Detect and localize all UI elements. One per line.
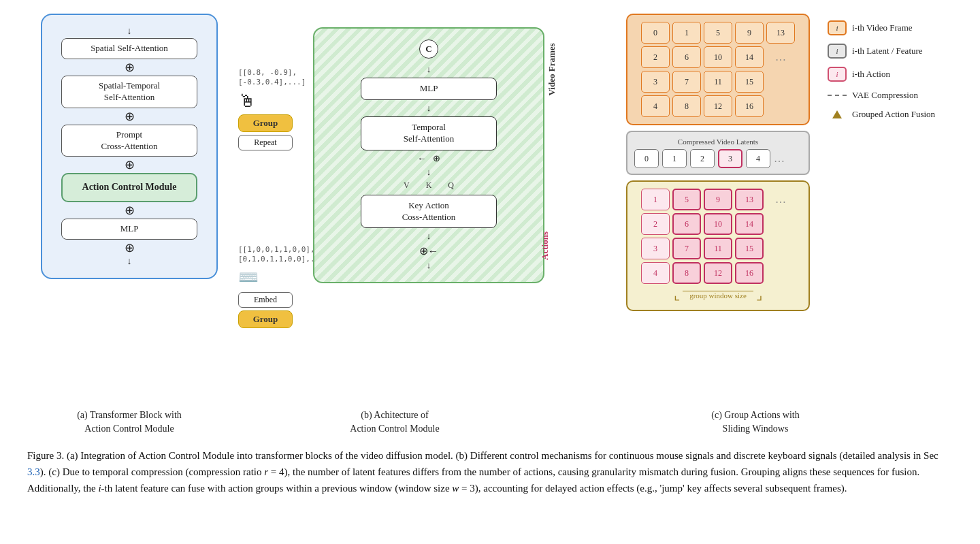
pc-diagrams: Video Frames 0 1 5 9 13 2 6 10 14 … (572, 14, 810, 311)
caption-a: (a) Transformer Block withAction Control… (27, 402, 231, 435)
group-box-top: Group (238, 114, 293, 132)
cvl-dots: … (774, 153, 785, 165)
act-cell-14: 14 (735, 213, 764, 235)
q-label: Q (448, 180, 454, 191)
plus-bottom: ⊕← (419, 244, 439, 257)
acm-inner-layout: C ↓ MLP ↓ TemporalSelf-Attention ← ⊕ ↓ V… (325, 39, 532, 271)
spatial-temporal-self-attention: Spatial-TemporalSelf-Attention (61, 76, 197, 108)
legend-icon-video-frame: i (828, 20, 847, 35)
act-cell-11: 11 (704, 238, 732, 259)
key-action-cross-attention: Key ActionCoss-Attention (361, 195, 497, 229)
legend-vae: VAE Compression (828, 90, 935, 101)
act-cell-9: 9 (704, 189, 732, 210)
cvl-cell-3: 3 (718, 149, 742, 168)
act-cell-10: 10 (704, 213, 732, 235)
caption-a-text: (a) Transformer Block withAction Control… (41, 409, 218, 435)
action-control-module: Action Control Module (61, 173, 197, 202)
mlp-a: MLP (61, 219, 197, 240)
arrow-down-3: ↓ (427, 167, 431, 178)
embed-box: Embed (238, 292, 293, 308)
caption-c-text: (c) Group Actions withSliding Windows (558, 409, 953, 435)
mouse-signal-label: [[0.8, -0.9],[-0.3,0.4],...] (238, 68, 306, 88)
caption-c: (c) Group Actions withSliding Windows (558, 402, 953, 435)
cvl-cell-1: 1 (662, 149, 687, 168)
embed-group-stack: Embed Group (238, 289, 328, 328)
vf-cell-15: 15 (735, 71, 764, 93)
captions-row: (a) Transformer Block withAction Control… (27, 402, 953, 435)
cvl-cell-0: 0 (634, 149, 659, 168)
vf-cell-9: 9 (735, 22, 764, 44)
legend-grouped-fusion: Grouped Action Fusion (828, 109, 935, 120)
mouse-icon: 🖱 (238, 91, 306, 112)
vf-cell-7: 7 (672, 71, 701, 93)
brace-row: ⌞ group window size ⌟ (634, 287, 802, 303)
act-cell-5: 5 (672, 189, 701, 210)
legend-icon-latent: i (828, 44, 847, 59)
plus-2: ⊕ (125, 110, 135, 123)
legend-video-frame: i i-th Video Frame (828, 20, 935, 35)
act-cell-8: 8 (672, 262, 701, 284)
vf-cell-16: 16 (735, 95, 764, 117)
bottom-arrow: ↓ (127, 257, 132, 266)
temporal-self-attention: TemporalSelf-Attention (361, 116, 497, 150)
act-cell-3: 3 (641, 238, 670, 259)
act-cell-4: 4 (641, 262, 670, 284)
cvl-box: Compressed Video Latents 0 1 2 3 4 … (626, 131, 810, 175)
repeat-box: Repeat (238, 135, 293, 150)
video-frames-box: 0 1 5 9 13 2 6 10 14 … 3 7 11 (626, 14, 810, 125)
caption-b: (b) Achitecture ofAction Control Module (231, 402, 558, 435)
cvl-grid: 0 1 2 3 4 … (634, 149, 802, 168)
mlp-b: MLP (361, 78, 497, 100)
mouse-signal-area: [[0.8, -0.9],[-0.3,0.4],...] 🖱 Group Rep… (238, 68, 306, 150)
act-cell-1: 1 (641, 189, 670, 210)
act-cell-13: 13 (735, 189, 764, 210)
cvl-cell-4: 4 (746, 149, 770, 168)
figure-text-content: Figure 3. (a) Integration of Action Cont… (27, 450, 938, 494)
concat-circle: C (419, 39, 438, 59)
part-c-inner: Video Frames 0 1 5 9 13 2 6 10 14 … (572, 14, 953, 311)
actions-wrapper: Actions 1 5 9 13 … 2 6 10 14 (572, 180, 810, 311)
vf-cell-5: 5 (704, 22, 732, 44)
video-frames-wrapper: Video Frames 0 1 5 9 13 2 6 10 14 … (572, 14, 810, 125)
group-box-bottom: Group (238, 310, 293, 328)
sec-link[interactable]: 3.3 (27, 466, 40, 477)
vf-cell-1: 1 (672, 22, 701, 44)
act-cell-12: 12 (704, 262, 732, 284)
legend-action: i i-th Action (828, 67, 935, 82)
vf-cell-6: 6 (672, 46, 701, 68)
act-cell-2: 2 (641, 213, 670, 235)
cvl-label: Compressed Video Latents (634, 138, 802, 146)
v-label: V (404, 180, 410, 191)
vf-cell-0: 0 (641, 22, 670, 44)
left-arrow: ← (417, 153, 426, 164)
legend-icon-action: i (828, 67, 847, 82)
concat-row: C (419, 39, 438, 59)
arrow-down-1: ↓ (427, 64, 431, 75)
vf-cell-12: 12 (704, 95, 732, 117)
legend-text-video-frame: i-th Video Frame (852, 22, 913, 33)
cvl-cell-2: 2 (690, 149, 715, 168)
video-frames-grid: 0 1 5 9 13 2 6 10 14 … 3 7 11 (634, 22, 802, 117)
legend-icon-vae (828, 95, 847, 96)
spatial-self-attention: Spatial Self-Attention (61, 38, 197, 59)
legend-text-vae: VAE Compression (852, 90, 918, 101)
vf-cell-10: 10 (704, 46, 732, 68)
vf-cell-14: 14 (735, 46, 764, 68)
plus-with-side: ← ⊕ (417, 153, 440, 164)
plus-1: ⊕ (125, 61, 135, 74)
vf-cell-3: 3 (641, 71, 670, 93)
arrow-down-5: ↓ (427, 260, 431, 271)
prompt-cross-attention: PromptCross-Attention (61, 125, 197, 157)
act-cell-16: 16 (735, 262, 764, 284)
vf-cell-13: 13 (766, 22, 795, 44)
actions-grid: 1 5 9 13 … 2 6 10 14 3 7 11 (634, 189, 802, 284)
legend-text-action: i-th Action (852, 69, 890, 80)
figure-caption: Figure 3. (a) Integration of Action Cont… (27, 447, 953, 496)
part-c-diagram: Video Frames 0 1 5 9 13 2 6 10 14 … (558, 14, 953, 311)
top-arrow: ↓ (127, 27, 132, 36)
actions-label: Actions (540, 231, 551, 260)
vf-cell-4: 4 (641, 95, 670, 117)
legend-icon-grouped-fusion (828, 110, 847, 118)
part-a-diagram: ↓ Spatial Self-Attention ⊕ Spatial-Tempo… (27, 14, 231, 279)
plus-symbol: ⊕ (433, 153, 440, 164)
